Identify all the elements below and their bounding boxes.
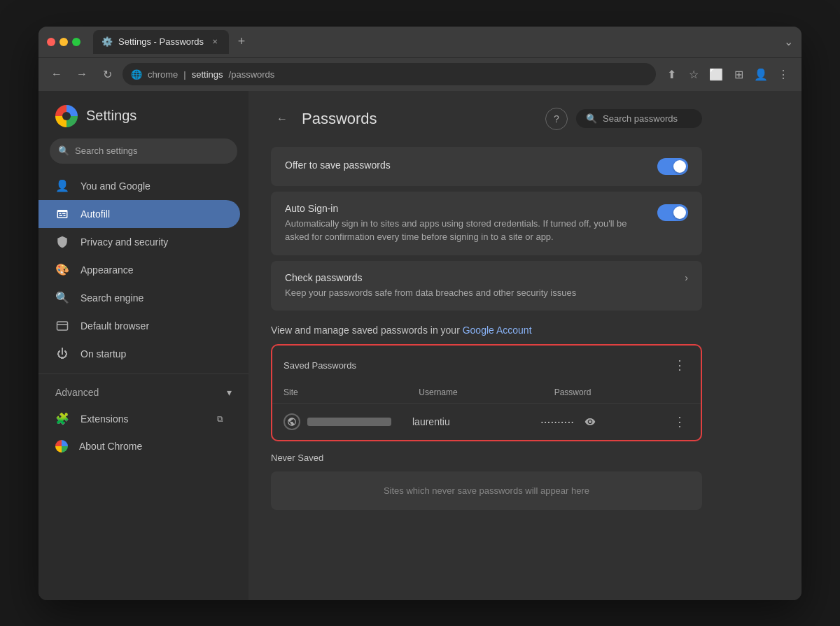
- settings-title: Settings: [86, 108, 136, 124]
- sidebar-label-you-and-google: You and Google: [80, 180, 150, 192]
- address-bar[interactable]: 🌐 chrome | settings /passwords: [122, 63, 656, 85]
- offer-save-label: Offer to save passwords: [285, 159, 646, 171]
- content-inner: ← Passwords ? 🔍 Search passwords Offer t…: [248, 91, 724, 527]
- sidebar-item-about-chrome[interactable]: About Chrome: [38, 433, 240, 460]
- svg-rect-0: [57, 322, 68, 330]
- search-settings-bar[interactable]: 🔍 Search settings: [50, 138, 237, 164]
- split-view-button[interactable]: ⊞: [729, 64, 748, 84]
- external-link-icon: ⧉: [217, 414, 223, 424]
- traffic-lights: [47, 38, 80, 46]
- forward-button[interactable]: →: [72, 64, 92, 84]
- saved-passwords-header: Saved Passwords ⋮: [272, 346, 701, 385]
- sidebar-label-privacy: Privacy and security: [80, 236, 168, 248]
- username-cell: laurentiu: [412, 416, 536, 427]
- share-button[interactable]: ⬆: [662, 64, 681, 84]
- offer-save-toggle-thumb: [673, 160, 686, 173]
- shield-icon: [55, 235, 69, 249]
- tab-title: Settings - Passwords: [118, 36, 204, 47]
- google-account-link-row: View and manage saved passwords in your …: [271, 316, 702, 344]
- nav-actions: ⬆ ☆ ⬜ ⊞ 👤 ⋮: [662, 64, 793, 84]
- back-button[interactable]: ←: [47, 64, 66, 84]
- search-passwords-placeholder: Search passwords: [603, 113, 678, 124]
- sidebar-item-extensions[interactable]: 🧩 Extensions ⧉: [38, 405, 240, 433]
- sidebar-label-autofill: Autofill: [80, 208, 110, 220]
- passwords-table-header: Site Username Password: [272, 385, 701, 404]
- saved-passwords-more-button[interactable]: ⋮: [670, 355, 690, 375]
- chrome-logo-icon: [55, 105, 78, 127]
- sidebar-item-on-startup[interactable]: ⏻ On startup: [38, 340, 240, 368]
- new-tab-button[interactable]: +: [232, 32, 251, 52]
- address-slash: /passwords: [229, 69, 275, 80]
- auto-signin-row: Auto Sign-in Automatically sign in to si…: [271, 192, 702, 255]
- sidebar-nav: 👤 You and Google Autofill: [38, 172, 248, 460]
- browser-icon: [55, 319, 69, 333]
- autofill-icon: [55, 207, 69, 221]
- nav-bar: ← → ↻ 🌐 chrome | settings /passwords ⬆ ☆…: [38, 57, 802, 91]
- passwords-back-button[interactable]: ←: [271, 108, 293, 130]
- sidebar-item-appearance[interactable]: 🎨 Appearance: [38, 256, 240, 284]
- tab-list-button[interactable]: ⌄: [784, 35, 793, 48]
- check-passwords-label: Check passwords: [285, 272, 673, 283]
- site-url-blurred: [307, 418, 391, 426]
- sidebar-item-search-engine[interactable]: 🔍 Search engine: [38, 284, 240, 312]
- active-tab[interactable]: ⚙️ Settings - Passwords ✕: [93, 30, 229, 54]
- col-header-username: Username: [419, 387, 554, 397]
- profile-button[interactable]: 👤: [751, 64, 771, 84]
- table-row: laurentiu •••••••••• ⋮: [272, 404, 701, 440]
- site-security-icon: 🌐: [131, 69, 142, 80]
- person-icon: 👤: [55, 179, 69, 193]
- sidebar-advanced-header[interactable]: Advanced ▾: [38, 380, 248, 405]
- search-passwords-bar[interactable]: 🔍 Search passwords: [576, 109, 702, 128]
- sidebar-label-about-chrome: About Chrome: [79, 441, 142, 452]
- sidebar-label-search-engine: Search engine: [80, 292, 144, 304]
- sidebar-label-extensions: Extensions: [80, 413, 128, 425]
- sidebar-label-appearance: Appearance: [80, 264, 134, 276]
- tab-search-button[interactable]: ⬜: [706, 64, 726, 84]
- page-title: Passwords: [302, 110, 537, 128]
- bookmark-button[interactable]: ☆: [684, 64, 704, 84]
- auto-signin-toggle-thumb: [673, 206, 686, 219]
- sidebar-label-on-startup: On startup: [80, 348, 126, 360]
- main-layout: Settings 🔍 Search settings 👤 You and Goo…: [38, 91, 802, 600]
- never-saved-empty-message: Sites which never save passwords will ap…: [271, 471, 702, 510]
- search-settings-placeholder: Search settings: [75, 145, 138, 156]
- tab-settings-icon: ⚙️: [102, 36, 113, 47]
- manage-link-text: View and manage saved passwords in your: [271, 325, 463, 336]
- password-row-more-button[interactable]: ⋮: [670, 412, 690, 432]
- content-area: ← Passwords ? 🔍 Search passwords Offer t…: [248, 91, 802, 600]
- auto-signin-toggle-track: [657, 204, 688, 221]
- auto-signin-toggle[interactable]: [657, 204, 688, 221]
- show-password-button[interactable]: [580, 412, 600, 432]
- saved-passwords-section: Saved Passwords ⋮ Site Username Password: [271, 344, 702, 441]
- tab-close-button[interactable]: ✕: [209, 36, 220, 48]
- password-cell: ••••••••••: [541, 412, 664, 432]
- help-button[interactable]: ?: [545, 108, 568, 130]
- saved-passwords-title: Saved Passwords: [284, 360, 356, 371]
- address-pipe: |: [183, 69, 186, 80]
- maximize-window-button[interactable]: [72, 38, 80, 46]
- sidebar-item-autofill[interactable]: Autofill: [38, 200, 240, 228]
- chrome-small-icon: [55, 440, 68, 453]
- auto-signin-label: Auto Sign-in: [285, 203, 646, 214]
- sidebar-item-privacy-security[interactable]: Privacy and security: [38, 228, 240, 256]
- never-saved-title: Never Saved: [271, 453, 702, 463]
- auto-signin-description: Automatically sign in to sites and apps …: [285, 217, 646, 244]
- check-passwords-row[interactable]: Check passwords Keep your passwords safe…: [271, 261, 702, 311]
- search-passwords-icon: 🔍: [586, 113, 597, 124]
- check-passwords-description: Keep your passwords safe from data breac…: [285, 286, 673, 300]
- power-icon: ⏻: [55, 347, 69, 361]
- offer-save-toggle[interactable]: [657, 158, 688, 175]
- google-account-link[interactable]: Google Account: [463, 325, 532, 336]
- puzzle-icon: 🧩: [55, 412, 69, 426]
- advanced-expand-icon: ▾: [227, 387, 232, 398]
- reload-button[interactable]: ↻: [97, 64, 117, 84]
- close-window-button[interactable]: [47, 38, 55, 46]
- minimize-window-button[interactable]: [59, 38, 68, 46]
- offer-save-toggle-track: [657, 158, 688, 175]
- sidebar-item-default-browser[interactable]: Default browser: [38, 312, 240, 340]
- address-scheme: chrome: [148, 69, 178, 80]
- advanced-label: Advanced: [55, 387, 99, 398]
- offer-to-save-row: Offer to save passwords: [271, 147, 702, 186]
- more-options-button[interactable]: ⋮: [774, 64, 793, 84]
- sidebar-item-you-and-google[interactable]: 👤 You and Google: [38, 172, 240, 200]
